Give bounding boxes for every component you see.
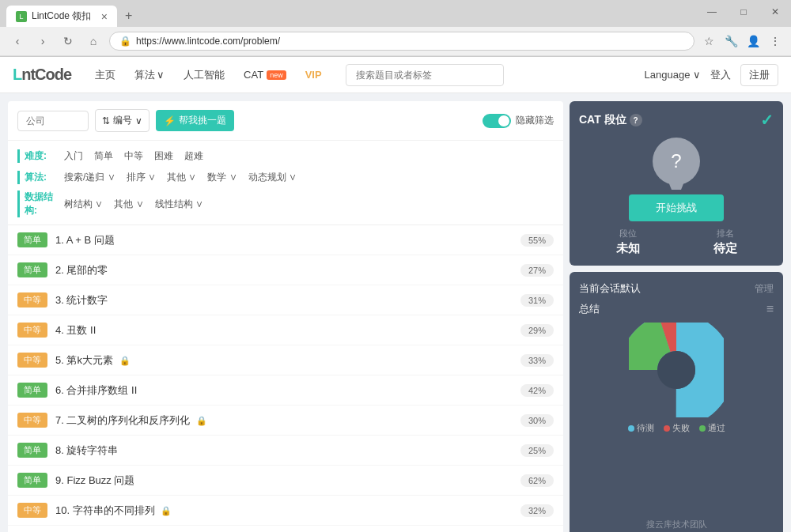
diff-tag-2[interactable]: 中等: [121, 148, 146, 164]
reload-button[interactable]: ↻: [59, 32, 78, 51]
sort-arrow: ∨: [135, 115, 142, 126]
extensions-icon[interactable]: 🔧: [723, 33, 739, 49]
pending-dot: [628, 425, 634, 432]
sort-button[interactable]: ⇅ 编号 ∨: [95, 109, 149, 132]
hide-filter-toggle[interactable]: [483, 114, 511, 128]
problem-title: 2. 尾部的零: [55, 263, 513, 277]
lock-icon: 🔒: [196, 416, 207, 425]
algo-tag-1[interactable]: 排序 ∨: [123, 169, 159, 186]
minimize-button[interactable]: —: [696, 0, 728, 24]
back-button[interactable]: ‹: [8, 32, 27, 51]
nav-vip[interactable]: VIP: [297, 66, 330, 84]
problem-item[interactable]: 中等 5. 第k大元素 🔒 33%: [8, 345, 563, 375]
nav-cat[interactable]: CAT new: [236, 66, 294, 84]
ds-tag-1[interactable]: 其他 ∨: [111, 196, 146, 213]
maximize-button[interactable]: □: [728, 0, 759, 24]
chart-legend: 待测 失败 通过: [579, 422, 774, 434]
summary-label: 总结: [579, 302, 600, 316]
sort-label: 编号: [113, 114, 132, 127]
lightning-icon: ⚡: [164, 115, 176, 126]
nav-algorithm[interactable]: 算法∨: [127, 65, 172, 85]
legend-pending: 待测: [628, 422, 654, 434]
active-tab[interactable]: L LintCode 领扣 ×: [6, 6, 117, 27]
algo-tag-2[interactable]: 其他 ∨: [164, 169, 199, 186]
summary-menu-icon[interactable]: ≡: [766, 302, 774, 316]
difficulty-badge: 中等: [17, 323, 47, 338]
problem-item[interactable]: 简单 1. A + B 问题 55%: [8, 225, 563, 255]
acceptance-rate: 27%: [520, 264, 554, 277]
pass-label: 通过: [708, 422, 725, 434]
rank-item-ranking: 排名 待定: [713, 228, 737, 256]
problem-item[interactable]: 简单 6. 合并排序数组 II 42%: [8, 375, 563, 406]
challenge-button[interactable]: ⚡ 帮我挑一题: [156, 110, 234, 131]
problem-item[interactable]: 简单 8. 旋转字符串 25%: [8, 436, 563, 466]
algorithm-filter-row: 算法: 搜索/递归 ∨ 排序 ∨ 其他 ∨ 数学 ∨ 动态规划 ∨: [17, 167, 554, 188]
language-button[interactable]: Language ∨: [645, 69, 701, 81]
bookmark-icon[interactable]: ☆: [701, 33, 717, 49]
company-filter-input[interactable]: [17, 111, 89, 131]
tab-favicon: L: [16, 11, 27, 22]
search-input[interactable]: [346, 64, 504, 86]
acceptance-rate: 25%: [520, 444, 554, 457]
difficulty-badge: 中等: [17, 503, 47, 518]
problem-item[interactable]: 中等 4. 丑数 II 29%: [8, 315, 563, 345]
start-challenge-button[interactable]: 开始挑战: [629, 194, 724, 221]
acceptance-bar: 55%: [520, 234, 554, 247]
difficulty-badge: 中等: [17, 292, 47, 308]
problem-item[interactable]: 简单 2. 尾部的零 27%: [8, 255, 563, 285]
acceptance-bar: 62%: [520, 474, 554, 487]
acceptance-rate: 30%: [520, 414, 554, 427]
summary-row: 总结 ≡: [579, 302, 774, 316]
diff-tag-4[interactable]: 超难: [181, 148, 206, 164]
session-header: 当前会话默认 管理: [579, 281, 774, 296]
rank-item-level: 段位 未知: [616, 228, 640, 256]
forward-button[interactable]: ›: [33, 32, 52, 51]
acceptance-rate: 33%: [520, 354, 554, 367]
difficulty-badge: 简单: [17, 262, 47, 277]
difficulty-badge: 中等: [17, 353, 47, 368]
nav-ai[interactable]: 人工智能: [176, 65, 233, 85]
fail-label: 失败: [672, 422, 690, 434]
left-panel: ⇅ 编号 ∨ ⚡ 帮我挑一题 隐藏筛选 难度: 入门 简单 中等 困难: [8, 101, 563, 532]
algo-tag-3[interactable]: 数学 ∨: [204, 169, 240, 186]
algo-tag-4[interactable]: 动态规划 ∨: [245, 169, 300, 186]
cat-help-button[interactable]: ?: [630, 114, 642, 126]
problem-title: 10. 字符串的不同排列 🔒: [55, 504, 513, 518]
app-logo[interactable]: LntCode: [13, 66, 71, 84]
ds-tag-2[interactable]: 线性结构 ∨: [152, 196, 206, 213]
pie-center: [657, 351, 695, 389]
problem-item[interactable]: 中等 10. 字符串的不同排列 🔒 32%: [8, 496, 563, 526]
diff-tag-0[interactable]: 入门: [61, 148, 86, 164]
problem-item[interactable]: 中等 7. 二叉树的序列化和反序列化 🔒 30%: [8, 406, 563, 436]
difficulty-badge: 简单: [17, 383, 47, 398]
login-button[interactable]: 登入: [710, 68, 731, 82]
url-text: https://www.lintcode.com/problem/: [136, 36, 280, 47]
new-tab-button[interactable]: +: [117, 5, 140, 27]
address-bar[interactable]: 🔒 https://www.lintcode.com/problem/: [109, 32, 694, 51]
nav-home[interactable]: 主页: [87, 65, 123, 85]
acceptance-rate: 31%: [520, 294, 554, 307]
cat-card-header: CAT 段位 ? ✓: [579, 111, 774, 130]
pie-chart: [629, 323, 724, 417]
session-manage-button[interactable]: 管理: [755, 282, 774, 296]
problem-title: 1. A + B 问题: [55, 233, 513, 247]
ds-tag-0[interactable]: 树结构 ∨: [61, 196, 106, 213]
diff-tag-3[interactable]: 困难: [151, 148, 176, 164]
problem-title: 8. 旋转字符串: [55, 443, 513, 458]
home-button[interactable]: ⌂: [84, 32, 103, 51]
problem-item[interactable]: 中等 3. 统计数字 31%: [8, 285, 563, 315]
fail-dot: [664, 425, 670, 432]
problem-item[interactable]: 中等 11. 二叉查找树中搜索区间 41%: [8, 526, 563, 532]
algo-tag-0[interactable]: 搜索/递归 ∨: [61, 169, 119, 186]
menu-icon[interactable]: ⋮: [767, 33, 783, 49]
close-button[interactable]: ✕: [759, 0, 791, 24]
register-button[interactable]: 注册: [740, 64, 778, 86]
pass-dot: [699, 425, 706, 432]
tab-close-btn[interactable]: ×: [101, 10, 108, 23]
session-title: 当前会话默认: [579, 281, 641, 296]
legend-pass: 通过: [699, 422, 725, 434]
diff-tag-1[interactable]: 简单: [91, 148, 116, 164]
avatar-icon[interactable]: 👤: [745, 33, 761, 49]
data-structure-label: 数据结构:: [17, 191, 61, 217]
problem-item[interactable]: 简单 9. Fizz Buzz 问题 62%: [8, 466, 563, 496]
